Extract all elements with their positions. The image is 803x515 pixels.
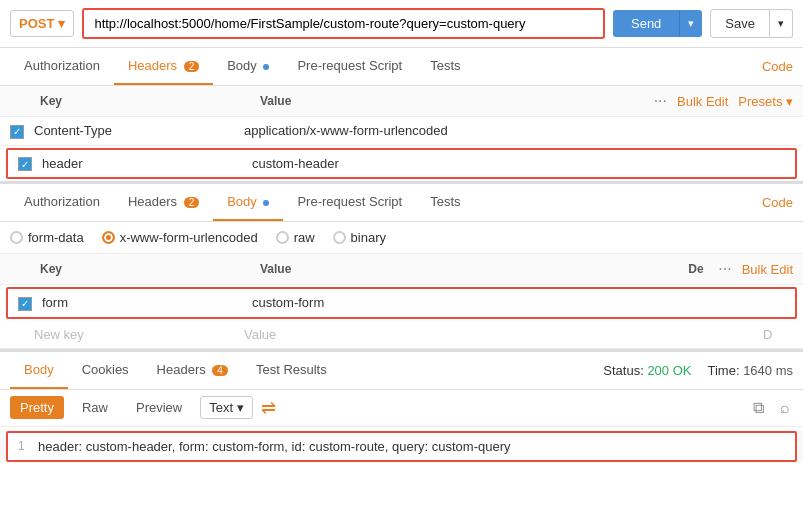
line-number-1: 1 — [18, 439, 38, 453]
radio-circle-raw — [276, 231, 289, 244]
tab-authorization[interactable]: Authorization — [10, 48, 114, 85]
row-key-1: Content-Type — [34, 123, 244, 138]
value-col-header: Value — [260, 94, 654, 108]
copy-icon[interactable]: ⧉ — [750, 396, 767, 420]
table-row: Content-Type application/x-www-form-urle… — [0, 117, 803, 146]
body-dots-menu-icon[interactable]: ··· — [718, 260, 731, 278]
body-tab-body[interactable]: Body — [213, 184, 283, 221]
response-tab-headers[interactable]: Headers 4 — [143, 352, 242, 389]
top-bar: POST ▾ Send ▾ Save ▾ — [0, 0, 803, 48]
body-tab-headers[interactable]: Headers 2 — [114, 184, 213, 221]
body-row-check-1[interactable] — [18, 295, 42, 311]
body-new-de-placeholder: D — [763, 327, 793, 342]
body-tab-pre-request[interactable]: Pre-request Script — [283, 184, 416, 221]
radio-x-www[interactable]: x-www-form-urlencoded — [102, 230, 258, 245]
body-radio-group: form-data x-www-form-urlencoded raw bina… — [0, 222, 803, 254]
body-table: Key Value De ··· Bulk Edit form custom-f… — [0, 254, 803, 349]
radio-form-data[interactable]: form-data — [10, 230, 84, 245]
radio-label-raw: raw — [294, 230, 315, 245]
response-body: 1 header: custom-header, form: custom-fo… — [0, 431, 803, 462]
code-link[interactable]: Code — [762, 59, 793, 74]
response-tab-bar: Body Cookies Headers 4 Test Results Stat… — [0, 352, 803, 390]
radio-raw[interactable]: raw — [276, 230, 315, 245]
line-content-1: header: custom-header, form: custom-form… — [38, 439, 511, 454]
url-input[interactable] — [82, 8, 605, 39]
body-row-value-1: custom-form — [252, 295, 785, 310]
row-value-2: custom-header — [252, 156, 785, 171]
resp-tab-raw[interactable]: Raw — [72, 396, 118, 419]
body-headers-badge: 2 — [184, 197, 200, 208]
bottom-section: Body Cookies Headers 4 Test Results Stat… — [0, 349, 803, 462]
status-area: Status: 200 OK Time: 1640 ms — [603, 363, 793, 378]
body-value-col: Value — [260, 262, 688, 276]
response-tab-test-results[interactable]: Test Results — [242, 352, 341, 389]
tab-tests[interactable]: Tests — [416, 48, 474, 85]
save-group: Save ▾ — [710, 9, 793, 38]
body-tab-tests[interactable]: Tests — [416, 184, 474, 221]
header-actions: ··· Bulk Edit Presets ▾ — [654, 92, 793, 110]
body-tab-authorization[interactable]: Authorization — [10, 184, 114, 221]
format-icon[interactable]: ⇌ — [261, 397, 276, 419]
save-button[interactable]: Save — [710, 9, 770, 38]
key-col-header: Key — [40, 94, 260, 108]
tab-body[interactable]: Body — [213, 48, 283, 85]
headers-badge: 2 — [184, 61, 200, 72]
response-headers-badge: 4 — [212, 365, 228, 376]
send-dropdown-button[interactable]: ▾ — [679, 10, 702, 37]
radio-circle-binary — [333, 231, 346, 244]
headers-table-header: Key Value ··· Bulk Edit Presets ▾ — [0, 86, 803, 117]
row-value-1: application/x-www-form-urlencoded — [244, 123, 793, 138]
time-label: Time: 1640 ms — [707, 363, 793, 378]
body-tab-dot — [263, 200, 269, 206]
body-de-col: De — [688, 262, 718, 276]
method-select[interactable]: POST ▾ — [10, 10, 74, 37]
body-code-link[interactable]: Code — [762, 195, 793, 210]
body-new-value-placeholder[interactable]: Value — [244, 327, 763, 342]
method-chevron: ▾ — [58, 16, 65, 31]
status-value: 200 OK — [647, 363, 691, 378]
text-format-chevron: ▾ — [237, 400, 244, 415]
body-bulk-edit-button[interactable]: Bulk Edit — [742, 262, 793, 277]
checkbox-1[interactable] — [10, 125, 24, 139]
search-icon[interactable]: ⌕ — [777, 396, 793, 420]
resp-tab-pretty[interactable]: Pretty — [10, 396, 64, 419]
save-dropdown-button[interactable]: ▾ — [770, 9, 793, 38]
radio-binary[interactable]: binary — [333, 230, 386, 245]
body-checkbox-1[interactable] — [18, 297, 32, 311]
method-label: POST — [19, 16, 54, 31]
tab-headers[interactable]: Headers 2 — [114, 48, 213, 85]
radio-circle-x-www — [102, 231, 115, 244]
row-check-1[interactable] — [10, 123, 34, 139]
bulk-edit-button[interactable]: Bulk Edit — [677, 94, 728, 109]
radio-label-form-data: form-data — [28, 230, 84, 245]
checkbox-2[interactable] — [18, 157, 32, 171]
radio-circle-form-data — [10, 231, 23, 244]
radio-label-binary: binary — [351, 230, 386, 245]
presets-button[interactable]: Presets ▾ — [738, 94, 793, 109]
tab-pre-request-script[interactable]: Pre-request Script — [283, 48, 416, 85]
text-format-label: Text — [209, 400, 233, 415]
resp-tab-preview[interactable]: Preview — [126, 396, 192, 419]
send-button[interactable]: Send — [613, 10, 679, 37]
body-key-col: Key — [40, 262, 260, 276]
response-action-icons: ⧉ ⌕ — [750, 396, 793, 420]
headers-table: Key Value ··· Bulk Edit Presets ▾ Conten… — [0, 86, 803, 179]
radio-label-x-www: x-www-form-urlencoded — [120, 230, 258, 245]
body-new-key-placeholder[interactable]: New key — [34, 327, 244, 342]
text-format-select[interactable]: Text ▾ — [200, 396, 253, 419]
body-actions: ··· Bulk Edit — [718, 260, 793, 278]
row-check-2[interactable] — [18, 156, 42, 172]
request-tab-bar: Authorization Headers 2 Body Pre-request… — [0, 48, 803, 86]
table-row-highlighted: header custom-header — [6, 148, 797, 180]
response-toolbar: Pretty Raw Preview Text ▾ ⇌ ⧉ ⌕ — [0, 390, 803, 427]
response-tab-body[interactable]: Body — [10, 352, 68, 389]
response-tab-cookies[interactable]: Cookies — [68, 352, 143, 389]
status-label: Status: 200 OK — [603, 363, 691, 378]
body-tab-bar: Authorization Headers 2 Body Pre-request… — [0, 184, 803, 222]
body-new-row: New key Value D — [0, 321, 803, 349]
dots-menu-icon[interactable]: ··· — [654, 92, 667, 110]
response-line-1: 1 header: custom-header, form: custom-fo… — [6, 431, 797, 462]
body-table-header: Key Value De ··· Bulk Edit — [0, 254, 803, 285]
time-value: 1640 ms — [743, 363, 793, 378]
send-group: Send ▾ — [613, 10, 702, 37]
